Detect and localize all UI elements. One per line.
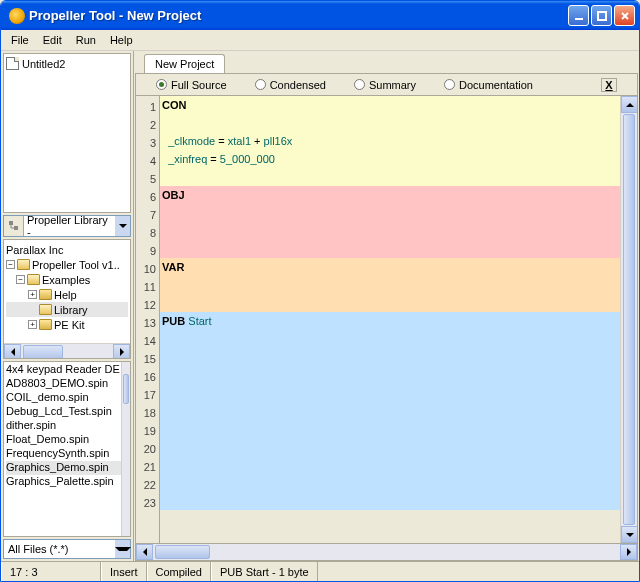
close-tab-button[interactable]: X [601, 78, 617, 92]
scroll-thumb[interactable] [23, 345, 63, 360]
code-line[interactable] [160, 492, 620, 510]
menu-help[interactable]: Help [104, 32, 139, 48]
scroll-thumb[interactable] [155, 545, 210, 559]
file-item[interactable]: 4x4 keypad Reader DE [6, 363, 128, 377]
file-item[interactable]: Graphics_Palette.spin [6, 475, 128, 489]
code-line[interactable] [160, 294, 620, 312]
tree-item[interactable]: −Propeller Tool v1.. [6, 257, 128, 272]
editor: 1234567891011121314151617181920212223 CO… [135, 95, 638, 544]
tab-active[interactable]: New Project [144, 54, 225, 73]
file-item[interactable]: FrequencySynth.spin [6, 447, 128, 461]
close-button[interactable] [614, 5, 635, 26]
collapse-icon[interactable]: − [16, 275, 25, 284]
menu-run[interactable]: Run [70, 32, 102, 48]
code-line[interactable] [160, 168, 620, 186]
status-cursor-pos: 17 : 3 [1, 562, 101, 581]
chevron-down-icon [626, 533, 634, 537]
scroll-up-button[interactable] [621, 96, 638, 113]
expand-icon[interactable]: + [28, 290, 37, 299]
library-selector[interactable]: Propeller Library - [3, 215, 131, 237]
code-line[interactable] [160, 114, 620, 132]
code-line[interactable]: OBJ [160, 186, 620, 204]
code-line[interactable] [160, 348, 620, 366]
file-item[interactable]: AD8803_DEMO.spin [6, 377, 128, 391]
dropdown-arrow[interactable] [115, 540, 130, 558]
file-item[interactable]: Float_Demo.spin [6, 433, 128, 447]
scroll-left-button[interactable] [136, 544, 153, 560]
tree-mode-button[interactable] [4, 216, 24, 236]
scroll-right-button[interactable] [113, 344, 130, 360]
statusbar: 17 : 3 Insert Compiled PUB Start - 1 byt… [1, 561, 639, 581]
file-item[interactable]: dither.spin [6, 419, 128, 433]
maximize-button[interactable] [591, 5, 612, 26]
chevron-left-icon [11, 348, 15, 356]
code-line[interactable] [160, 474, 620, 492]
tree-item[interactable]: Library [6, 302, 128, 317]
code-line[interactable] [160, 330, 620, 348]
folder-icon [39, 304, 52, 315]
code-line[interactable] [160, 222, 620, 240]
file-filter[interactable]: All Files (*.*) [3, 539, 131, 559]
code-line[interactable] [160, 276, 620, 294]
chevron-down-icon [115, 547, 131, 551]
tree-item[interactable]: Parallax Inc [6, 242, 128, 257]
editor-vscroll[interactable] [620, 96, 637, 543]
view-documentation[interactable]: Documentation [444, 79, 533, 91]
code-line[interactable] [160, 384, 620, 402]
tree-hscroll[interactable] [4, 343, 130, 359]
recent-item-label: Untitled2 [22, 58, 65, 70]
code-line[interactable]: _clkmode = xtal1 + pll16x [160, 132, 620, 150]
code-area[interactable]: CON _clkmode = xtal1 + pll16x _xinfreq =… [160, 96, 620, 543]
scroll-thumb[interactable] [623, 114, 635, 525]
tree-item[interactable]: +PE Kit [6, 317, 128, 332]
code-line[interactable]: CON [160, 96, 620, 114]
recent-item[interactable]: Untitled2 [6, 56, 128, 71]
sidebar: Untitled2 Propeller Library - Parallax I… [1, 51, 134, 561]
main-area: New Project Full Source Condensed Summar… [134, 51, 639, 561]
collapse-icon[interactable]: − [6, 260, 15, 269]
radio-icon [444, 79, 455, 90]
view-summary[interactable]: Summary [354, 79, 416, 91]
code-line[interactable] [160, 420, 620, 438]
file-item[interactable]: Debug_Lcd_Test.spin [6, 405, 128, 419]
view-full[interactable]: Full Source [156, 79, 227, 91]
code-line[interactable]: _xinfreq = 5_000_000 [160, 150, 620, 168]
menu-file[interactable]: File [5, 32, 35, 48]
code-line[interactable] [160, 456, 620, 474]
code-line[interactable] [160, 240, 620, 258]
radio-icon [156, 79, 167, 90]
dropdown-arrow[interactable] [115, 216, 130, 236]
scroll-down-button[interactable] [621, 526, 638, 543]
tree-item[interactable]: +Help [6, 287, 128, 302]
code-line[interactable]: VAR [160, 258, 620, 276]
chevron-right-icon [120, 348, 124, 356]
code-line[interactable] [160, 366, 620, 384]
titlebar[interactable]: Propeller Tool - New Project [1, 1, 639, 30]
scroll-left-button[interactable] [4, 344, 21, 360]
folder-tree: Parallax Inc −Propeller Tool v1.. −Examp… [3, 239, 131, 359]
view-condensed[interactable]: Condensed [255, 79, 326, 91]
view-mode-bar: Full Source Condensed Summary Documentat… [135, 73, 638, 95]
code-line[interactable] [160, 204, 620, 222]
code-line[interactable]: PUB Start [160, 312, 620, 330]
menubar: File Edit Run Help [1, 30, 639, 51]
file-item[interactable]: Graphics_Demo.spin [6, 461, 128, 475]
tree-item[interactable]: −Examples [6, 272, 128, 287]
status-info: PUB Start - 1 byte [211, 562, 318, 581]
code-line[interactable] [160, 402, 620, 420]
file-item[interactable]: COIL_demo.spin [6, 391, 128, 405]
editor-hscroll[interactable] [135, 544, 638, 561]
scroll-thumb[interactable] [123, 374, 129, 404]
menu-edit[interactable]: Edit [37, 32, 68, 48]
scroll-right-button[interactable] [620, 544, 637, 560]
folder-icon [17, 259, 30, 270]
library-selector-label: Propeller Library - [24, 216, 115, 236]
files-vscroll[interactable] [121, 362, 130, 536]
minimize-button[interactable] [568, 5, 589, 26]
expand-icon[interactable]: + [28, 320, 37, 329]
svg-rect-5 [14, 226, 18, 230]
radio-icon [354, 79, 365, 90]
chevron-left-icon [143, 548, 147, 556]
document-icon [6, 57, 19, 70]
code-line[interactable] [160, 438, 620, 456]
